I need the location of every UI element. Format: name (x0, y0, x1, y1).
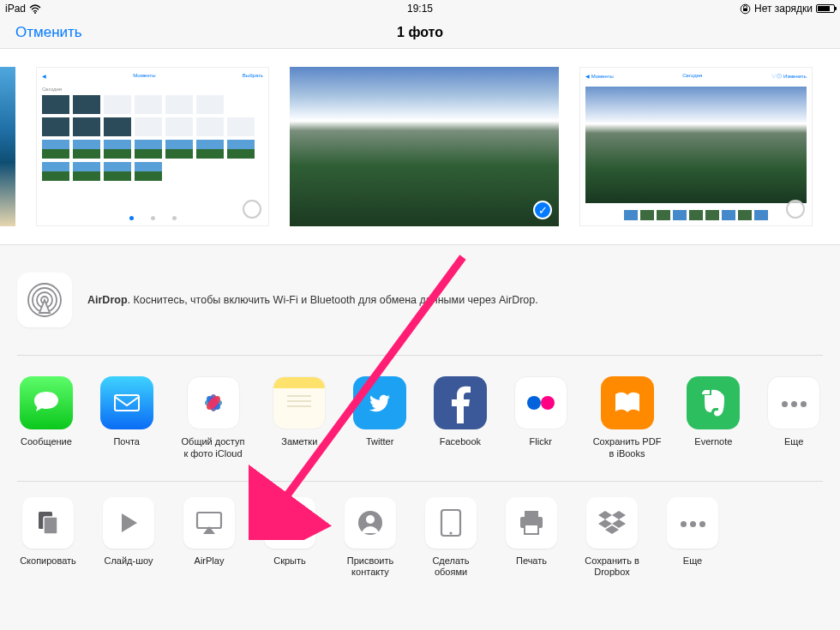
device-label: iPad (5, 3, 26, 15)
dropbox-icon (586, 497, 638, 549)
airplay-icon (183, 497, 235, 549)
more-icon (667, 497, 718, 549)
share-messages[interactable]: Сообщение (17, 376, 75, 448)
contact-icon (345, 497, 396, 549)
play-icon (103, 497, 154, 549)
wifi-icon (29, 4, 41, 14)
cancel-button[interactable]: Отменить (15, 24, 82, 41)
share-facebook[interactable]: Facebook (431, 376, 489, 448)
svg-rect-2 (743, 8, 747, 11)
notes-icon (273, 376, 326, 429)
facebook-icon (434, 376, 487, 429)
svg-rect-33 (525, 525, 538, 534)
action-assign-contact[interactable]: Присвоить контакту (339, 497, 401, 579)
photo-thumb[interactable] (0, 67, 15, 226)
action-slideshow[interactable]: Слайд-шоу (98, 497, 159, 567)
actions-row[interactable]: Скопировать Слайд-шоу AirPlay Скрыть При… (0, 482, 840, 590)
svg-point-19 (527, 396, 541, 410)
action-airplay[interactable]: AirPlay (178, 497, 240, 567)
svg-point-30 (449, 531, 452, 534)
share-icloud-photos[interactable]: Общий доступ к фото iCloud (178, 376, 249, 460)
wallpaper-icon (425, 497, 477, 549)
photos-icon (187, 376, 240, 429)
svg-point-0 (34, 12, 36, 14)
photo-thumb-selected[interactable]: ✓ (290, 67, 559, 226)
svg-point-20 (541, 396, 555, 410)
svg-rect-7 (115, 395, 139, 411)
action-wallpaper[interactable]: Сделать обоями (420, 497, 482, 579)
action-hide[interactable]: Скрыть (259, 497, 321, 567)
photo-strip[interactable]: ◀МоментыВыбрать Сегодня ✓ ◀ МоментыСегод… (0, 48, 840, 245)
share-more[interactable]: Еще (765, 376, 823, 448)
share-notes[interactable]: Заметки (270, 376, 328, 448)
messages-icon (20, 376, 73, 429)
action-print[interactable]: Печать (501, 497, 562, 567)
page-title: 1 фото (397, 25, 443, 40)
action-copy[interactable]: Скопировать (17, 497, 79, 567)
charge-label: Нет зарядки (754, 3, 813, 15)
nav-bar: Отменить 1 фото (0, 17, 840, 48)
share-mail[interactable]: Почта (98, 376, 156, 448)
airdrop-text: AirDrop. Коснитесь, чтобы включить Wi-Fi… (87, 294, 538, 306)
twitter-icon (353, 376, 406, 429)
selection-circle[interactable] (243, 200, 261, 219)
action-dropbox[interactable]: Сохранить в Dropbox (581, 497, 643, 579)
evernote-icon (687, 376, 740, 429)
mail-icon (100, 376, 153, 429)
copy-icon (22, 497, 74, 549)
share-twitter[interactable]: Twitter (351, 376, 409, 448)
status-time: 19:15 (407, 3, 433, 15)
svg-point-28 (366, 515, 375, 524)
lock-rotation-icon (740, 3, 751, 15)
hide-icon (264, 497, 315, 549)
action-more[interactable]: Еще (662, 497, 723, 567)
battery-icon (816, 4, 835, 13)
selection-circle[interactable] (786, 200, 805, 219)
photo-thumb[interactable]: ◀ МоментыСегодня♡ ⓘ Изменить (579, 67, 813, 226)
flickr-icon (514, 376, 567, 429)
airdrop-section[interactable]: AirDrop. Коснитесь, чтобы включить Wi-Fi… (0, 245, 840, 355)
photo-thumb[interactable]: ◀МоментыВыбрать Сегодня (36, 67, 269, 226)
status-bar: iPad 19:15 Нет зарядки (0, 0, 840, 17)
ibooks-icon (601, 376, 654, 429)
more-icon (767, 376, 820, 429)
check-icon: ✓ (533, 201, 552, 219)
svg-rect-22 (44, 517, 57, 534)
share-evernote[interactable]: Evernote (684, 376, 742, 448)
apps-row[interactable]: Сообщение Почта Общий доступ к фото iClo… (0, 356, 840, 481)
share-flickr[interactable]: Flickr (512, 376, 570, 448)
share-ibooks[interactable]: Сохранить PDF в iBooks (592, 376, 663, 460)
svg-rect-31 (525, 511, 538, 517)
svg-rect-23 (197, 513, 221, 528)
airdrop-icon (17, 273, 72, 327)
print-icon (506, 497, 557, 549)
